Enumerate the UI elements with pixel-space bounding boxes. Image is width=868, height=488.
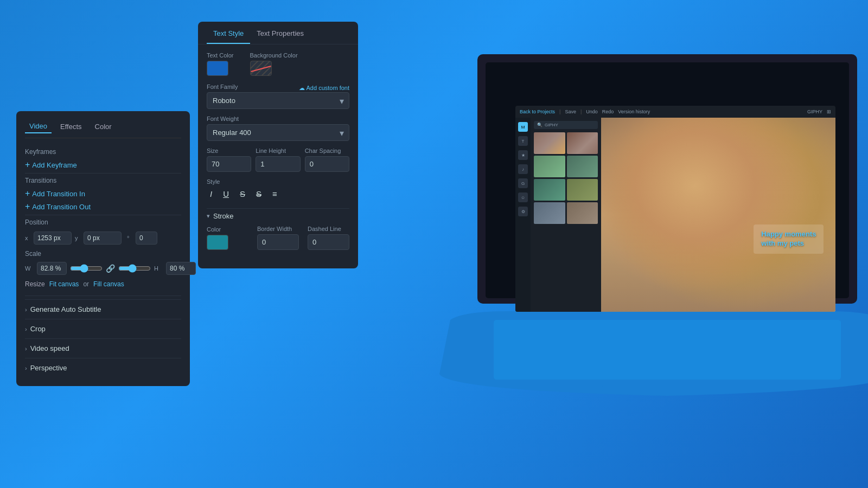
bg-color-group: Background Color — [250, 52, 298, 76]
sidebar-icon-media[interactable]: M — [518, 122, 528, 132]
laptop-area: Back to Projects | Save | Undo Redo Vers… — [380, 0, 868, 488]
tab-effects[interactable]: Effects — [56, 120, 86, 133]
sidebar-icon-music[interactable]: ♪ — [518, 164, 528, 174]
strikethrough2-button[interactable]: S — [253, 187, 265, 201]
chevron-right-icon-4: › — [25, 365, 27, 371]
tab-video[interactable]: Video — [25, 120, 52, 133]
add-custom-font-button[interactable]: ☁ Add custom font — [299, 85, 349, 92]
add-transition-in-button[interactable]: Add Transition In — [25, 189, 85, 198]
degree-symbol: ° — [127, 235, 132, 241]
font-weight-row: Font Weight Regular 400 ▾ — [207, 115, 349, 141]
perspective-row[interactable]: › Perspective — [25, 358, 181, 377]
text-color-group: Text Color — [207, 52, 234, 76]
media-thumb-4[interactable] — [567, 156, 598, 177]
keyframes-title: Keyframes — [25, 148, 181, 156]
search-icon: 🔍 — [537, 123, 542, 127]
fill-canvas-link[interactable]: Fill canvas — [93, 280, 124, 288]
media-thumb-8[interactable] — [567, 202, 598, 224]
video-speed-row[interactable]: › Video speed — [25, 338, 181, 358]
stroke-color-swatch[interactable] — [207, 235, 228, 250]
stroke-fields: Color Border Width Dashed Line — [207, 226, 349, 250]
y-input[interactable] — [84, 232, 122, 245]
h-label: H — [154, 265, 163, 272]
strikethrough-button[interactable]: S — [237, 187, 248, 201]
fit-canvas-link[interactable]: Fit canvas — [49, 280, 79, 288]
tab-color[interactable]: Color — [91, 120, 116, 133]
size-row: Size Line Height Char Spacing — [207, 147, 349, 172]
font-weight-select-wrapper: Regular 400 ▾ — [207, 124, 349, 141]
divider-1 — [25, 173, 181, 174]
media-thumb-2[interactable] — [567, 132, 598, 154]
generate-auto-subtitle-row[interactable]: › Generate Auto Subtitle — [25, 299, 181, 319]
editor-main: M T ★ ♪ G ☺ ⚙ 🔍 GIPHY — [515, 118, 835, 312]
line-height-group: Line Height — [256, 147, 300, 172]
media-panel: 🔍 GIPHY — [531, 118, 601, 312]
style-buttons-row: I U S S ≡ — [207, 187, 349, 201]
stroke-section-header[interactable]: ▾ Stroke — [207, 212, 349, 220]
tab-text-properties[interactable]: Text Properties — [250, 22, 310, 44]
preview-text: Happy momentswith my pets — [761, 230, 816, 248]
align-button[interactable]: ≡ — [269, 187, 280, 201]
chevron-right-icon-2: › — [25, 326, 27, 332]
stroke-border-width-input[interactable] — [257, 234, 299, 250]
media-thumb-1[interactable] — [534, 132, 565, 154]
media-grid — [534, 132, 598, 224]
stroke-dashed-line-input[interactable] — [308, 234, 349, 250]
crop-row[interactable]: › Crop — [25, 319, 181, 338]
style-label: Style — [207, 178, 349, 185]
position-title: Position — [25, 219, 181, 226]
media-thumb-6[interactable] — [567, 179, 598, 201]
font-family-label: Font Family — [207, 84, 238, 90]
underline-button[interactable]: U — [220, 187, 232, 201]
font-weight-select[interactable]: Regular 400 — [207, 124, 349, 141]
line-height-label: Line Height — [256, 147, 300, 154]
stroke-divider — [207, 208, 349, 209]
version-history-label: Version history — [618, 109, 650, 114]
media-thumb-5[interactable] — [534, 179, 565, 201]
chevron-right-icon: › — [25, 306, 27, 313]
chevron-right-icon-3: › — [25, 345, 27, 352]
search-bar[interactable]: 🔍 GIPHY — [534, 121, 598, 129]
toolbar-sep2: | — [580, 109, 582, 114]
bg-color-swatch[interactable] — [250, 61, 272, 76]
crop-label: Crop — [30, 325, 46, 333]
search-placeholder: GIPHY — [545, 123, 558, 127]
sidebar-icon-settings[interactable]: ⚙ — [518, 207, 528, 216]
add-keyframe-button[interactable]: Add Keyframe — [25, 160, 77, 170]
tab-text-style[interactable]: Text Style — [207, 22, 250, 44]
stroke-color-label: Color — [207, 226, 248, 233]
line-height-input[interactable] — [256, 156, 300, 172]
back-to-projects-link[interactable]: Back to Projects — [520, 109, 555, 114]
size-input[interactable] — [207, 156, 251, 172]
editor-toolbar: Back to Projects | Save | Undo Redo Vers… — [515, 106, 835, 118]
sidebar-icon-stickers[interactable]: ☺ — [518, 192, 528, 202]
h-slider[interactable] — [118, 264, 151, 273]
text-overlay[interactable]: Happy momentswith my pets — [754, 224, 824, 254]
add-transition-out-button[interactable]: Add Transition Out — [25, 202, 91, 211]
y-label: y — [75, 235, 80, 241]
sidebar-icon-text[interactable]: T — [518, 136, 528, 146]
link-icon: 🔗 — [106, 264, 115, 273]
rotation-input[interactable] — [136, 232, 157, 245]
undo-label: Undo — [586, 109, 598, 114]
font-family-select[interactable]: Roboto — [207, 92, 349, 109]
media-thumb-3[interactable] — [534, 156, 565, 177]
char-spacing-input[interactable] — [305, 156, 349, 172]
text-body: Text Color Background Color Font Family … — [198, 44, 358, 258]
media-thumb-7[interactable] — [534, 202, 565, 224]
text-color-swatch[interactable] — [207, 61, 228, 76]
x-input[interactable] — [34, 232, 72, 245]
italic-button[interactable]: I — [207, 187, 215, 201]
font-family-row: Font Family ☁ Add custom font Roboto ▾ — [207, 84, 349, 109]
stroke-border-width-group: Border Width — [257, 226, 299, 250]
sidebar-icon-giphy[interactable]: G — [518, 178, 528, 188]
stroke-dashed-line-label: Dashed Line — [308, 226, 349, 232]
scale-row: W 🔗 H — [25, 262, 181, 275]
w-slider[interactable] — [70, 264, 103, 273]
h-input[interactable] — [166, 262, 196, 275]
text-panel-tabs: Text Style Text Properties — [198, 22, 358, 44]
w-input[interactable] — [37, 262, 67, 275]
divider-2 — [25, 215, 181, 215]
font-weight-label: Font Weight — [207, 115, 349, 122]
sidebar-icon-effects[interactable]: ★ — [518, 150, 528, 160]
